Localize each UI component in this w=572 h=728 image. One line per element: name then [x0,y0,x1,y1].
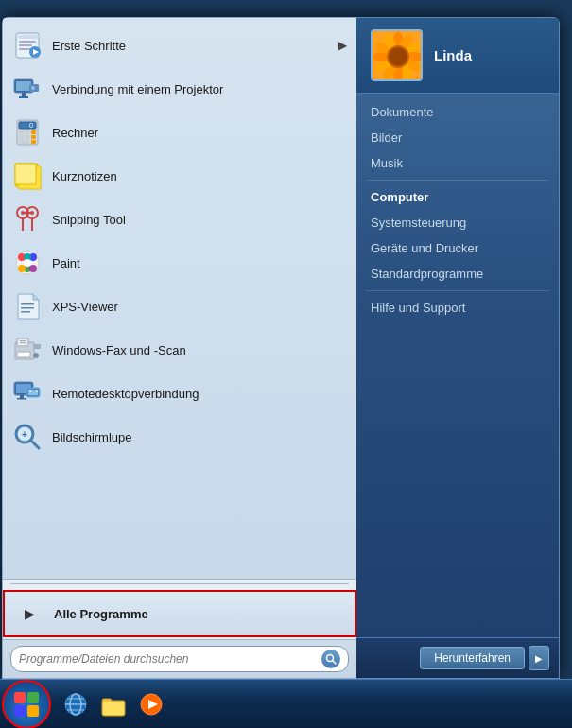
svg-rect-18 [31,130,36,134]
svg-rect-45 [21,307,34,309]
taskbar-explorer-icon[interactable] [96,687,130,721]
svg-marker-43 [33,294,39,300]
svg-rect-52 [33,344,41,349]
svg-rect-3 [19,44,32,46]
svg-rect-17 [26,130,30,134]
svg-point-41 [24,259,31,267]
svg-rect-23 [31,140,36,144]
svg-line-62 [31,441,39,448]
svg-rect-21 [31,135,36,139]
taskbar-media-icon[interactable] [134,687,168,721]
projektor-label: Verbindung mit einem Projektor [52,82,347,96]
nav-item-computer[interactable]: Computer [356,184,559,210]
start-menu: Erste Schritte ▶ Verbindung mit einem Pr… [2,17,560,679]
avatar-image [373,31,421,79]
svg-rect-16 [19,130,24,134]
svg-rect-83 [14,705,26,717]
svg-rect-14 [19,122,36,129]
rechner-icon: 0 [10,115,44,149]
menu-item-projektor[interactable]: Verbindung mit einem Projektor [3,67,356,111]
menu-item-snipping[interactable]: Snipping Tool [3,198,356,241]
shutdown-arrow-button[interactable]: ▶ [529,646,549,670]
snipping-icon [10,202,44,236]
nav-item-bilder[interactable]: Bilder [356,125,559,150]
taskbar-ie-icon[interactable] [59,687,93,721]
rechner-label: Rechner [52,126,347,140]
nav-item-standardprogramme[interactable]: Standardprogramme [356,261,559,286]
user-name: Linda [434,47,472,63]
remote-label: Remotedesktopverbindung [52,387,347,401]
menu-item-kurznotizen[interactable]: Kurznotizen [3,154,356,198]
svg-point-53 [33,353,39,358]
left-panel: Erste Schritte ▶ Verbindung mit einem Pr… [2,17,356,679]
right-bottom: Herunterfahren ▶ [356,637,559,678]
menu-item-fax[interactable]: Windows-Fax und -Scan [3,328,356,372]
svg-rect-11 [22,93,26,96]
svg-point-33 [30,211,34,215]
snipping-label: Snipping Tool [52,213,347,227]
svg-rect-92 [103,702,124,715]
start-button[interactable] [2,680,51,729]
svg-rect-57 [17,398,26,400]
svg-rect-49 [20,340,26,341]
projektor-icon [10,72,44,106]
menu-item-paint[interactable]: Paint [3,241,356,285]
svg-rect-19 [19,135,24,139]
erste-schritte-label: Erste Schritte [52,39,338,53]
svg-rect-8 [16,81,31,91]
svg-text:0: 0 [29,122,33,129]
xps-label: XPS-Viewer [52,300,347,314]
taskbar [0,679,572,728]
programs-list: Erste Schritte ▶ Verbindung mit einem Pr… [3,18,356,580]
search-input-wrapper[interactable] [10,646,349,672]
search-input[interactable] [19,652,321,666]
shutdown-button[interactable]: Herunterfahren [420,647,525,669]
nav-item-systemsteuerung[interactable]: Systemsteuerung [356,210,559,235]
svg-rect-1 [18,35,39,39]
svg-point-80 [389,47,407,66]
right-nav-separator-2 [366,290,549,291]
paint-label: Paint [52,256,347,270]
fax-icon [10,333,44,367]
nav-item-musik[interactable]: Musik [356,150,559,176]
user-section: Linda [356,18,559,94]
svg-point-64 [327,655,334,662]
svg-rect-2 [19,41,36,43]
erste-schritte-arrow: ▶ [338,39,347,52]
svg-rect-22 [19,140,30,144]
kurznotizen-icon [10,159,44,193]
bildschirmlupe-label: Bildschirmlupe [52,430,347,444]
menu-item-remote[interactable]: Remotedesktopverbindung [3,372,356,415]
svg-point-32 [21,211,25,215]
svg-point-10 [31,86,35,90]
fax-label: Windows-Fax und -Scan [52,343,347,357]
svg-rect-81 [14,692,26,703]
right-panel: Linda Dokumente Bilder Musik Computer Sy… [356,17,560,679]
svg-rect-50 [20,342,26,343]
user-avatar [371,29,423,81]
svg-rect-12 [19,96,28,98]
menu-item-bildschirmlupe[interactable]: + Bildschirmlupe [3,415,356,459]
separator-1 [10,583,349,584]
svg-text:+: + [22,429,27,440]
nav-item-dokumente[interactable]: Dokumente [356,99,559,125]
all-programs-icon: ▶ [12,597,46,631]
all-programs-button[interactable]: ▶ Alle Programme [3,590,356,637]
svg-line-65 [333,661,336,664]
svg-rect-26 [15,164,36,184]
taskbar-icons [59,687,168,721]
svg-rect-84 [27,705,39,717]
svg-rect-82 [27,692,39,703]
erste-schritte-icon [10,28,44,62]
menu-item-rechner[interactable]: 0 Rechner [3,111,356,154]
menu-item-xps[interactable]: XPS-Viewer [3,285,356,328]
nav-item-geraete-drucker[interactable]: Geräte und Drucker [356,235,559,261]
nav-item-hilfe-support[interactable]: Hilfe und Support [356,295,559,321]
search-button[interactable] [321,650,340,668]
remote-icon [10,376,44,410]
search-bar [3,639,356,678]
xps-icon [10,289,44,323]
svg-rect-46 [21,311,30,313]
right-nav: Dokumente Bilder Musik Computer Systemst… [356,94,559,637]
menu-item-erste-schritte[interactable]: Erste Schritte ▶ [3,24,356,67]
